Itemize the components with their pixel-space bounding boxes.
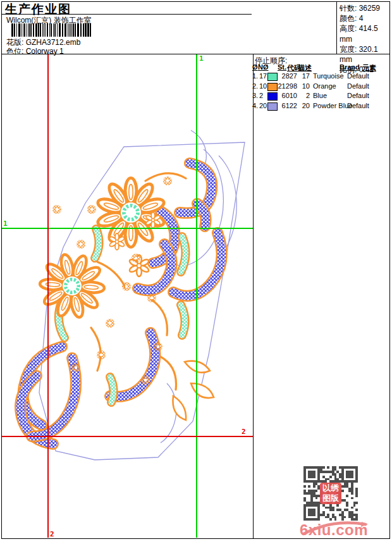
thread-color-swatch — [267, 102, 278, 111]
barcode-bar — [85, 23, 87, 37]
barcode-bar — [40, 23, 41, 37]
thread-description: Turquoise — [313, 72, 344, 80]
thread-code: 17 — [299, 72, 310, 80]
barcode-bar — [87, 23, 89, 37]
barcode-bar — [33, 23, 34, 37]
thread-col-header: Ø — [252, 63, 258, 71]
barcode-bar — [42, 23, 43, 37]
barcode-bar — [57, 23, 58, 37]
barcode-bar — [21, 23, 21, 37]
thread-col-header: 描述 — [298, 63, 312, 73]
info-label: 颜色: — [340, 14, 359, 23]
barcode-bar — [47, 23, 48, 37]
barcode-bar — [27, 23, 27, 37]
thread-code: 2 — [299, 92, 310, 99]
thread-number: 17 — [259, 72, 267, 80]
red-stamp: 以绣 图版 — [320, 483, 341, 504]
thread-description: Blue — [313, 92, 327, 99]
thread-col-header: 元素 — [362, 63, 376, 73]
production-worksheet: 生产作业图 Wilcom(汇京) 装饰工作室 花版: GZHA3712.emb … — [0, 0, 392, 544]
thread-color-swatch — [267, 92, 278, 101]
info-row: 高度: 414.5 mm — [340, 23, 389, 44]
thread-brand: Default — [347, 82, 369, 90]
thread-brand: Default — [347, 92, 369, 99]
info-row: 针数: 36259 — [340, 3, 389, 13]
thread-stitches: 21298 — [278, 82, 297, 90]
barcode-bar — [49, 23, 50, 37]
thread-brand: Default — [347, 102, 369, 109]
barcode-bar — [80, 23, 82, 37]
end-marker-label-right: 2 — [242, 428, 246, 436]
thread-col-header: Brand — [340, 63, 360, 71]
thread-number: 2 — [259, 92, 263, 99]
start-crosshair-horizontal — [2, 228, 253, 229]
barcode-bar — [14, 23, 15, 37]
barcode-bar — [68, 23, 68, 37]
thread-seq: 1. — [252, 72, 258, 80]
canvas-table-divider — [253, 54, 254, 538]
barcode-bar — [11, 23, 13, 37]
thread-color-swatch — [267, 83, 278, 91]
thread-number: 10 — [259, 82, 267, 90]
thread-code: 10 — [299, 82, 310, 90]
watermark-text: 6xiu.com — [297, 521, 371, 539]
thread-stitches: 2827 — [278, 72, 297, 80]
info-value: 4 — [359, 14, 364, 23]
barcode-bar — [73, 23, 74, 37]
barcode-bar — [77, 23, 79, 37]
barcode-bar — [64, 23, 66, 37]
barcode-bar — [90, 23, 91, 37]
barcode-bar — [69, 23, 70, 37]
info-label: 高度: — [340, 24, 359, 33]
barcode-bar — [28, 23, 30, 37]
pattern-file-label: 花版: — [6, 38, 23, 47]
thread-color-swatch — [267, 73, 278, 81]
stamp-line2: 图版 — [320, 493, 341, 504]
thread-col-header: NØ — [258, 63, 269, 71]
thread-stitches: 6010 — [278, 92, 297, 99]
thread-col-header: St. — [278, 63, 286, 71]
barcode-bar — [59, 23, 61, 37]
start-crosshair-vertical — [196, 54, 197, 538]
barcode-bar — [54, 23, 56, 37]
info-label: 宽度: — [340, 45, 359, 54]
barcode — [11, 23, 96, 37]
info-panel-divider — [336, 2, 337, 54]
barcode-bar — [30, 23, 32, 37]
barcode-bar — [18, 23, 20, 37]
start-marker-label-top: 1 — [199, 54, 204, 63]
end-marker-label-bottom: 2 — [50, 530, 54, 538]
info-value: 36259 — [359, 4, 380, 13]
barcode-bar — [38, 23, 39, 37]
title-underline — [2, 14, 252, 15]
pattern-file-value: GZHA3712.emb — [26, 38, 81, 47]
barcode-bar — [16, 23, 17, 37]
barcode-bar — [35, 23, 37, 37]
thread-seq: 2. — [252, 82, 258, 90]
barcode-bar — [51, 23, 52, 37]
embroidery-design — [1, 54, 253, 538]
barcode-bar — [83, 23, 84, 37]
info-row: 颜色: 4 — [340, 13, 389, 23]
thread-seq: 4. — [252, 102, 258, 109]
thread-code: 20 — [299, 102, 310, 109]
thread-stitches: 6122 — [278, 102, 297, 109]
thread-table: ØNØSt.代码描述Brand元素1.17282717TurquoiseDefa… — [251, 63, 389, 114]
barcode-bar — [23, 23, 23, 37]
info-row: 宽度: 320.1 mm — [340, 44, 389, 65]
start-marker-label-left: 1 — [3, 219, 8, 228]
thread-number: 20 — [259, 102, 267, 109]
thread-brand: Default — [347, 72, 369, 80]
qr-code: 以绣 图版 — [303, 466, 358, 521]
barcode-bar — [24, 23, 25, 37]
stamp-line1: 以绣 — [320, 483, 341, 493]
end-crosshair-horizontal — [2, 436, 253, 437]
info-label: 针数: — [340, 4, 359, 13]
barcode-bar — [53, 23, 54, 37]
barcode-bar — [71, 23, 72, 37]
thread-description: Orange — [313, 82, 336, 90]
barcode-bar — [62, 23, 63, 37]
barcode-bar — [75, 23, 76, 37]
barcode-bar — [70, 23, 71, 37]
end-crosshair-vertical — [47, 54, 49, 538]
